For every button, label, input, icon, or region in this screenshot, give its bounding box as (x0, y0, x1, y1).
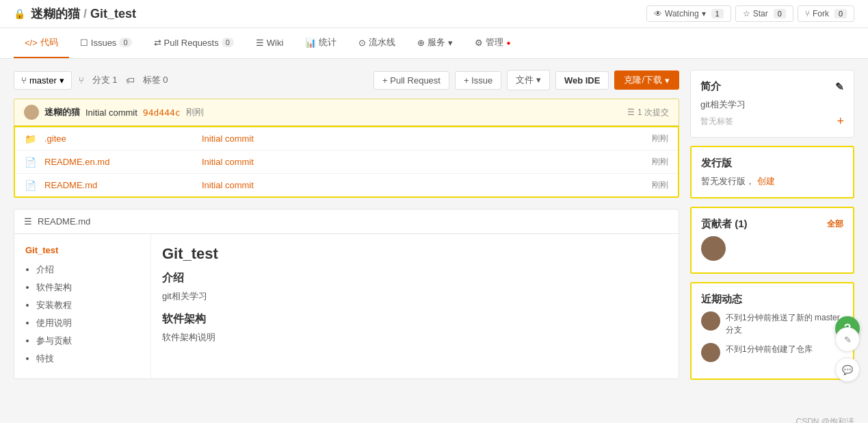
intro-section: 简介 ✎ git相关学习 暂无标签 + (690, 70, 854, 138)
branch-dropdown-icon: ▾ (60, 75, 64, 86)
tab-stats-label: 统计 (319, 36, 337, 49)
service-dropdown-icon: ▾ (448, 38, 453, 48)
file-commit-readme[interactable]: Initial commit (202, 180, 645, 190)
releases-title: 发行版 (701, 157, 843, 170)
manage-icon: ⚙ (475, 38, 483, 48)
header-actions: 👁 Watching ▾ 1 ☆ Star 0 ⑂ Fork 0 (646, 5, 854, 22)
release-text: 暂无发行版， 创建 (701, 175, 843, 188)
tab-wiki[interactable]: ☰ Wiki (245, 28, 295, 58)
clone-dropdown-icon: ▾ (665, 75, 670, 86)
main-right: 简介 ✎ git相关学习 暂无标签 + 发行版 暂无发行版， 创建 贡献者 (690, 70, 854, 402)
readme-main-title: Git_test (162, 245, 668, 263)
code-icon: </> (25, 38, 38, 48)
readme-section-arch: 软件架构 (162, 312, 668, 326)
tab-issues-label: Issues (91, 38, 117, 48)
tab-manage[interactable]: ⚙ 管理 ● (464, 28, 521, 58)
branch-count-label: 分支 1 (92, 74, 118, 86)
star-count: 0 (774, 9, 786, 18)
add-tag-button[interactable]: + (837, 115, 844, 127)
lock-icon: 🔒 (14, 8, 25, 19)
watch-button[interactable]: 👁 Watching ▾ 1 (646, 5, 731, 22)
tab-service[interactable]: ⊕ 服务 ▾ (406, 28, 464, 58)
intro-tag-placeholder: 暂无标签 (700, 116, 733, 127)
create-release-link[interactable]: 创建 (757, 176, 775, 186)
file-table: 📁 .gitee Initial commit 刚刚 📄 README.en.m… (14, 126, 679, 198)
toc-item[interactable]: 安装教程 (36, 296, 140, 314)
toc-item[interactable]: 特技 (36, 350, 140, 368)
contributors-title: 贡献者 (1) 全部 (701, 218, 843, 231)
edit-icon[interactable]: ✎ (835, 81, 844, 93)
file-commit-readme-en[interactable]: Initial commit (202, 157, 645, 167)
intro-title-text: 简介 (700, 80, 721, 93)
watch-dropdown-icon: ▾ (702, 9, 706, 18)
reponame-link[interactable]: Git_test (90, 7, 136, 21)
file-name-readme[interactable]: README.md (44, 180, 195, 190)
releases-section: 发行版 暂无发行版， 创建 (690, 146, 854, 198)
separator: / (83, 7, 87, 21)
footer-text: CSDN @饱和泽 (795, 417, 854, 423)
toc-item[interactable]: 参与贡献 (36, 332, 140, 350)
toc-item[interactable]: 软件架构 (36, 279, 140, 296)
add-pr-button[interactable]: + Pull Request (373, 71, 449, 90)
branch-bar: ⑂ master ▾ ⑂ 分支 1 🏷 标签 0 + Pull Request … (14, 70, 679, 90)
readme-toc: Git_test 介绍 软件架构 安装教程 使用说明 参与贡献 特技 (14, 234, 151, 379)
commits-count: 1 次提交 (637, 107, 669, 118)
activity-avatar-2 (701, 343, 720, 362)
tab-pipeline-label: 流水线 (369, 36, 395, 49)
contributor-avatar[interactable] (701, 236, 726, 261)
activity-item: 不到1分钟前推送了新的 master 分支 (701, 311, 843, 336)
tag-icon: 🏷 (126, 75, 135, 86)
pr-icon: ⇄ (154, 38, 161, 48)
fork-button[interactable]: ⑂ Fork 0 (798, 5, 854, 22)
readme-body: Git_test 介绍 软件架构 安装教程 使用说明 参与贡献 特技 Git_t… (14, 234, 679, 379)
toc-item[interactable]: 介绍 (36, 261, 140, 279)
file-name-gitee[interactable]: .gitee (44, 133, 195, 144)
watch-label: Watching (665, 9, 699, 18)
clone-label: 克隆/下载 (624, 74, 662, 86)
readme-section: ☰ README.md Git_test 介绍 软件架构 安装教程 使用说明 参… (14, 209, 679, 379)
file-name-readme-en[interactable]: README.en.md (44, 157, 195, 167)
repo-title: 迷糊的猫 / Git_test (31, 5, 136, 22)
file-button-label: 文件 (516, 75, 534, 85)
tab-stats[interactable]: 📊 统计 (294, 28, 347, 58)
tab-code[interactable]: </> 代码 (14, 28, 69, 58)
fork-count: 0 (834, 9, 847, 18)
contributors-all-link[interactable]: 全部 (827, 218, 843, 230)
float-edit-button[interactable]: ✎ (835, 327, 860, 352)
file-time-readme: 刚刚 (652, 179, 668, 191)
file-time-gitee: 刚刚 (652, 133, 668, 144)
activity-avatar-1 (701, 311, 720, 331)
activity-title: 近期动态 (701, 293, 843, 306)
file-row: 📄 README.md Initial commit 刚刚 (15, 174, 678, 196)
readme-intro-text: git相关学习 (162, 290, 668, 304)
wiki-icon: ☰ (256, 38, 264, 48)
star-label: Star (753, 9, 768, 18)
tab-service-label: 服务 (428, 36, 445, 49)
clone-button[interactable]: 克隆/下载 ▾ (614, 70, 679, 90)
commit-hash[interactable]: 94d444c (143, 107, 181, 118)
star-button[interactable]: ☆ Star 0 (735, 5, 793, 22)
webide-button[interactable]: Web IDE (555, 71, 609, 90)
readme-header-icon: ☰ (24, 216, 32, 227)
file-commit-gitee[interactable]: Initial commit (202, 133, 645, 144)
issues-badge: 0 (119, 38, 131, 47)
file-button[interactable]: 文件 ▾ (507, 70, 550, 90)
toc-title: Git_test (25, 245, 140, 255)
fork-icon: ⑂ (805, 9, 810, 18)
add-issue-button[interactable]: + Issue (455, 71, 501, 90)
tab-manage-label: 管理 (486, 36, 503, 49)
toc-item[interactable]: 使用说明 (36, 314, 140, 332)
branch-actions: + Pull Request + Issue 文件 ▾ Web IDE 克隆/下… (373, 70, 679, 90)
branch-icon: ⑂ (21, 75, 27, 86)
commit-time: 刚刚 (186, 106, 204, 118)
float-chat-button[interactable]: 💬 (835, 357, 860, 382)
tab-pullrequests[interactable]: ⇄ Pull Requests 0 (143, 28, 245, 58)
contributor-list (701, 236, 843, 263)
tab-pipeline[interactable]: ⊙ 流水线 (347, 28, 406, 58)
star-icon: ☆ (743, 9, 750, 18)
tab-issues[interactable]: ☐ Issues 0 (69, 28, 143, 58)
branch-name: master (29, 75, 57, 86)
commit-avatar (24, 105, 39, 120)
username-link[interactable]: 迷糊的猫 (31, 7, 80, 21)
branch-select[interactable]: ⑂ master ▾ (14, 71, 72, 90)
